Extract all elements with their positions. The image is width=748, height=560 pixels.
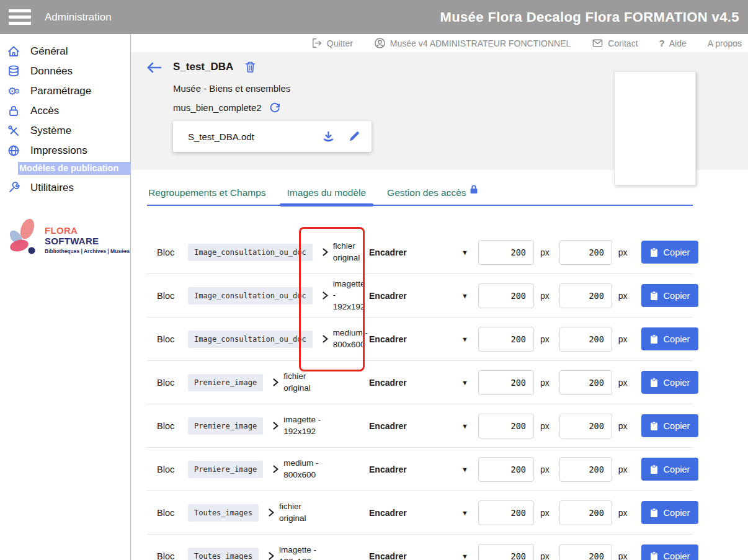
- sidebar-item-donnees[interactable]: Données: [0, 61, 130, 81]
- sidebar-item-impressions[interactable]: Impressions: [0, 141, 130, 161]
- image-variant-label: fichier original: [333, 241, 369, 263]
- chevron-right-icon[interactable]: [272, 421, 280, 430]
- chevron-right-icon[interactable]: [321, 247, 329, 257]
- about-link[interactable]: A propos: [708, 38, 742, 48]
- height-input[interactable]: [559, 240, 612, 265]
- chevron-right-icon[interactable]: [272, 378, 280, 387]
- copy-button[interactable]: Copier: [641, 241, 699, 264]
- width-input[interactable]: [478, 327, 534, 352]
- width-input[interactable]: [478, 240, 534, 265]
- copy-button[interactable]: Copier: [641, 414, 699, 437]
- chevron-right-icon[interactable]: [267, 508, 275, 517]
- width-input[interactable]: [478, 414, 534, 438]
- height-input[interactable]: [559, 283, 612, 308]
- copy-button[interactable]: Copier: [641, 327, 699, 350]
- delete-icon[interactable]: [244, 61, 256, 73]
- home-icon: [6, 44, 21, 59]
- edit-icon[interactable]: [347, 130, 360, 143]
- sidebar-item-systeme[interactable]: Système: [0, 121, 130, 141]
- database-icon: [6, 64, 21, 79]
- bloc-label: Bloc: [157, 378, 179, 388]
- sidebar-item-acces[interactable]: Accès: [0, 101, 130, 121]
- globe-icon: [6, 143, 21, 158]
- download-icon[interactable]: [322, 130, 335, 143]
- mode-dropdown[interactable]: Encadrer ▼: [369, 334, 468, 344]
- flora-flower-icon: [2, 216, 43, 262]
- image-blocks-table: Bloc Image_consultation_ou_doc fichier o…: [147, 231, 693, 560]
- bloc-name-chip: Image_consultation_ou_doc: [188, 331, 313, 348]
- width-input[interactable]: [478, 457, 534, 482]
- bloc-label: Bloc: [157, 247, 179, 257]
- chevron-right-icon[interactable]: [272, 464, 280, 474]
- tab-regroupements-et-champs[interactable]: Regroupements et Champs: [147, 184, 267, 205]
- mode-dropdown[interactable]: Encadrer ▼: [369, 247, 468, 257]
- bloc-name-chip: Image_consultation_ou_doc: [188, 287, 313, 304]
- width-input[interactable]: [478, 544, 534, 560]
- height-input[interactable]: [559, 457, 612, 482]
- sidebar-item-label: Données: [30, 65, 73, 78]
- chevron-right-icon[interactable]: [321, 291, 329, 300]
- current-user[interactable]: Musée v4 ADMINISTRATEUR FONCTIONNEL: [374, 37, 571, 49]
- mode-dropdown[interactable]: Encadrer ▼: [369, 421, 468, 431]
- sidebar-item-utilitaires[interactable]: Utilitaires: [0, 178, 130, 198]
- back-arrow-icon[interactable]: [146, 61, 162, 77]
- chevron-right-icon[interactable]: [267, 551, 275, 560]
- help-icon: ?: [659, 38, 665, 48]
- refresh-icon[interactable]: [269, 102, 281, 113]
- table-row: Bloc Image_consultation_ou_doc fichier o…: [147, 231, 693, 274]
- table-row: Bloc Premiere_image imagette - 192x192 E…: [147, 404, 693, 448]
- table-row: Bloc Premiere_image fichier original Enc…: [147, 361, 693, 404]
- sidebar-item-label: Général: [30, 45, 68, 58]
- hamburger-menu-icon[interactable]: [9, 9, 31, 25]
- height-input[interactable]: [559, 327, 612, 352]
- quit-link[interactable]: Quitter: [311, 37, 353, 49]
- table-row: Bloc Toutes_images fichier original Enca…: [147, 491, 693, 535]
- copy-button[interactable]: Copier: [641, 544, 699, 560]
- bloc-name-chip: Toutes_images: [188, 548, 259, 560]
- height-input[interactable]: [559, 370, 612, 395]
- sidebar-subitem-modeles-de-publication[interactable]: Modèles de publication: [18, 162, 131, 175]
- tab-bar: Regroupements et Champs Images du modèle…: [147, 184, 693, 206]
- mode-dropdown[interactable]: Encadrer ▼: [369, 551, 468, 560]
- mode-dropdown[interactable]: Encadrer ▼: [369, 508, 468, 518]
- help-link[interactable]: ? Aide: [659, 38, 687, 48]
- width-input[interactable]: [478, 370, 534, 395]
- section-title: Administration: [45, 11, 112, 24]
- sidebar-item-label: Impressions: [30, 144, 87, 157]
- height-input[interactable]: [559, 414, 612, 438]
- template-file-card: S_test_DBA.odt: [173, 121, 372, 152]
- copy-button[interactable]: Copier: [641, 284, 699, 307]
- contact-link[interactable]: Contact: [592, 37, 638, 49]
- height-input[interactable]: [559, 500, 612, 525]
- copy-button[interactable]: Copier: [641, 458, 699, 481]
- copy-button[interactable]: Copier: [641, 501, 699, 524]
- mode-dropdown[interactable]: Encadrer ▼: [369, 464, 468, 474]
- logo-tagline: Bibliothèques | Archives | Musées: [45, 248, 130, 254]
- image-variant-label: fichier original: [279, 501, 329, 523]
- mode-dropdown[interactable]: Encadrer ▼: [369, 378, 468, 388]
- tab-gestion-des-acces[interactable]: Gestion des accès: [386, 184, 479, 205]
- tab-images-du-modele[interactable]: Images du modèle: [286, 184, 368, 205]
- clipboard-icon: [650, 334, 658, 344]
- width-input[interactable]: [478, 500, 534, 525]
- copy-button[interactable]: Copier: [641, 371, 699, 394]
- image-variant-label: imagette - 192x192: [283, 414, 333, 437]
- document-title: S_test_DBA: [173, 61, 233, 73]
- clipboard-icon: [650, 551, 658, 560]
- flora-software-logo: FLORA SOFTWARE Bibliothèques | Archives …: [0, 216, 130, 262]
- mode-dropdown[interactable]: Encadrer ▼: [369, 291, 468, 301]
- chevron-down-icon: ▼: [461, 553, 468, 560]
- top-bar: Administration Musée Flora Decalog Flora…: [0, 0, 748, 34]
- sidebar-item-general[interactable]: Général: [0, 42, 130, 61]
- document-header: S_test_DBA Musée - Biens et ensembles mu…: [131, 52, 748, 170]
- sidebar-item-parametrage[interactable]: ⚙⚙ Paramétrage: [0, 81, 130, 101]
- px-unit-label: px: [618, 334, 628, 344]
- chevron-right-icon[interactable]: [321, 334, 329, 344]
- sidebar-item-label: Utilitaires: [30, 182, 74, 194]
- main-content: Quitter Musée v4 ADMINISTRATEUR FONCTION…: [131, 34, 748, 560]
- width-input[interactable]: [478, 283, 534, 308]
- image-variant-label: imagette - 192x192: [333, 278, 369, 313]
- px-unit-label: px: [618, 551, 628, 560]
- height-input[interactable]: [559, 544, 612, 560]
- gears-icon: ⚙⚙: [6, 84, 21, 99]
